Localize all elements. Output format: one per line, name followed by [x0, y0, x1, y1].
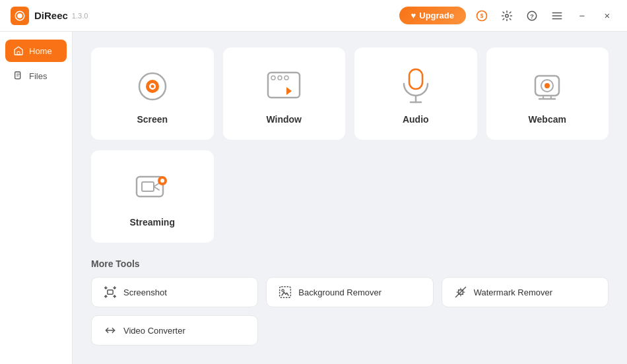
- empty-slot-1: [223, 150, 346, 243]
- card-webcam[interactable]: Webcam: [486, 47, 609, 140]
- coin-icon-button[interactable]: $: [473, 7, 491, 25]
- main-layout: Home Files: [0, 32, 627, 364]
- sidebar: Home Files: [0, 32, 73, 364]
- main-cards-row1: Screen Window: [91, 47, 609, 140]
- svg-rect-34: [280, 287, 291, 298]
- streaming-icon: [134, 171, 171, 208]
- tools-row2: Video Converter: [91, 315, 609, 346]
- minimize-button[interactable]: −: [573, 7, 591, 25]
- close-button[interactable]: ×: [598, 7, 616, 25]
- upgrade-button[interactable]: ♥ Upgrade: [399, 7, 466, 24]
- sidebar-item-files[interactable]: Files: [5, 65, 67, 87]
- svg-point-32: [160, 179, 164, 183]
- sidebar-files-label: Files: [29, 71, 47, 81]
- help-icon: ?: [526, 10, 538, 22]
- svg-point-18: [284, 76, 288, 80]
- home-icon: [13, 46, 24, 56]
- files-icon: [13, 71, 24, 81]
- tool-background-remover[interactable]: Background Remover: [266, 277, 433, 307]
- more-tools-section: More Tools Screenshot: [91, 258, 609, 346]
- tool-video-converter-label: Video Converter: [123, 326, 185, 336]
- svg-rect-9: [17, 51, 20, 55]
- card-streaming[interactable]: Streaming: [91, 150, 214, 243]
- sidebar-item-home[interactable]: Home: [5, 40, 67, 62]
- settings-icon-button[interactable]: [498, 7, 516, 25]
- help-icon-button[interactable]: ?: [523, 7, 541, 25]
- tool-screenshot[interactable]: Screenshot: [91, 277, 258, 307]
- more-tools-title: More Tools: [91, 258, 609, 269]
- svg-point-24: [544, 83, 550, 88]
- svg-point-3: [506, 14, 509, 17]
- content-area: Screen Window: [73, 32, 627, 364]
- card-audio[interactable]: Audio: [354, 47, 477, 140]
- audio-icon: [397, 68, 434, 105]
- upgrade-label: Upgrade: [419, 11, 454, 20]
- card-audio-label: Audio: [403, 114, 429, 125]
- menu-icon: [551, 10, 563, 22]
- webcam-icon: [529, 68, 566, 105]
- empty-slot-2: [354, 150, 477, 243]
- card-window[interactable]: Window: [223, 47, 346, 140]
- app-name: DiReec: [34, 10, 68, 21]
- background-remover-icon: [279, 286, 292, 299]
- tool-watermark-remover[interactable]: Watermark Remover: [442, 277, 609, 307]
- card-streaming-label: Streaming: [130, 217, 175, 228]
- tool-watermark-remover-label: Watermark Remover: [474, 288, 552, 297]
- titlebar-controls: ♥ Upgrade $ ?: [399, 7, 616, 25]
- tool-video-converter[interactable]: Video Converter: [91, 315, 258, 346]
- svg-line-30: [154, 187, 159, 190]
- svg-point-0: [17, 13, 22, 18]
- tool-background-remover-label: Background Remover: [298, 288, 381, 297]
- tool-screenshot-label: Screenshot: [123, 288, 167, 297]
- card-webcam-label: Webcam: [529, 114, 566, 125]
- svg-text:$: $: [480, 13, 484, 19]
- titlebar: DiReec 1.3.0 ♥ Upgrade $ ?: [0, 0, 627, 32]
- sidebar-home-label: Home: [29, 46, 52, 56]
- watermark-remover-icon: [454, 286, 467, 299]
- app-logo: [11, 7, 29, 25]
- video-converter-icon: [104, 324, 117, 337]
- svg-rect-10: [15, 72, 20, 79]
- settings-icon: [501, 10, 513, 22]
- card-screen-label: Screen: [137, 114, 168, 125]
- svg-rect-19: [409, 69, 422, 89]
- svg-point-14: [150, 85, 154, 88]
- close-icon: ×: [605, 10, 610, 21]
- svg-point-17: [278, 76, 282, 80]
- empty-slot-3: [486, 150, 609, 243]
- card-screen[interactable]: Screen: [91, 47, 214, 140]
- menu-icon-button[interactable]: [548, 7, 566, 25]
- upgrade-heart-icon: ♥: [411, 11, 416, 20]
- svg-line-29: [154, 183, 159, 187]
- card-window-label: Window: [266, 114, 302, 125]
- screen-icon: [134, 68, 171, 105]
- svg-rect-33: [108, 290, 113, 295]
- coin-icon: $: [475, 9, 488, 22]
- svg-point-35: [282, 289, 284, 291]
- window-icon: [265, 68, 302, 105]
- screenshot-icon: [104, 286, 117, 299]
- tools-grid: Screenshot Background Remover: [91, 277, 609, 307]
- minimize-icon: −: [579, 10, 585, 21]
- main-cards-row2: Streaming: [91, 150, 609, 243]
- svg-text:?: ?: [530, 12, 534, 19]
- app-version: 1.3.0: [72, 12, 88, 20]
- svg-rect-28: [142, 182, 154, 191]
- svg-point-16: [271, 76, 275, 80]
